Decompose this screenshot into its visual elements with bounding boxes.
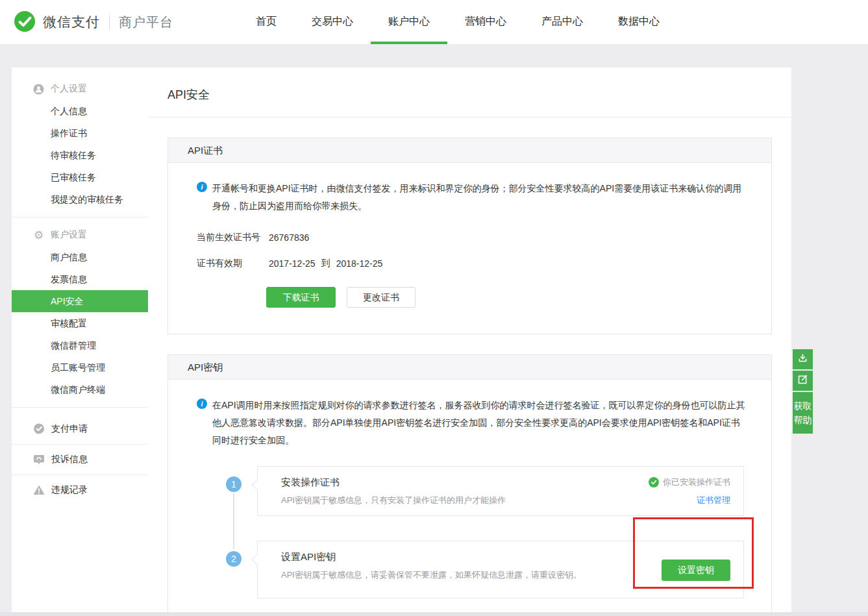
cert-validity-word: 到	[321, 258, 330, 269]
sidebar-link-label: 投诉信息	[51, 454, 88, 465]
edit-icon	[797, 374, 808, 388]
info-icon: i	[197, 399, 207, 409]
cert-number-value: 26767836	[269, 232, 309, 243]
warning-icon	[33, 484, 45, 496]
sidebar-item-wechat-merchant-terminal[interactable]: 微信商户终端	[12, 378, 148, 400]
sidebar-group-account-settings: ⚙ 账户设置	[12, 224, 148, 246]
api-key-card-header: API密钥	[168, 355, 771, 380]
check-circle-icon	[649, 477, 659, 487]
chat-check-icon	[33, 423, 45, 435]
sidebar-item-staff-account-mgmt[interactable]: 员工账号管理	[12, 356, 148, 378]
step-1-box: 安装操作证书 API密钥属于敏感信息，只有安装了操作证书的用户才能操作 你已安装…	[257, 466, 744, 516]
sidebar-divider	[12, 217, 148, 217]
sidebar-divider	[12, 407, 148, 408]
user-icon	[33, 84, 44, 95]
nav-item-marketing-center[interactable]: 营销中心	[447, 0, 524, 44]
sidebar-item-pending-review[interactable]: 待审核任务	[12, 144, 148, 166]
step-2-box: 设置API密钥 API密钥属于敏感信息，请妥善保管不要泄露，如果怀疑信息泄露，请…	[257, 541, 744, 598]
api-certificate-card-header: API证书	[168, 138, 771, 163]
nav-item-data-center[interactable]: 数据中心	[601, 0, 677, 44]
api-key-card: API密钥 i 在API调用时用来按照指定规则对你的请求参数进行签名，服务器收到…	[167, 354, 772, 616]
cert-number-label: 当前生效证书号	[197, 232, 269, 243]
sidebar-item-review-config[interactable]: 审核配置	[12, 312, 148, 334]
sidebar-group-label: 个人设置	[51, 83, 87, 95]
api-key-info-text: 在API调用时用来按照指定规则对你的请求参数进行签名，服务器收到你的请求时会进行…	[212, 397, 746, 449]
download-tool-button[interactable]	[793, 349, 813, 369]
step-install-cert: 1 安装操作证书 API密钥属于敏感信息，只有安装了操作证书的用户才能操作	[197, 466, 744, 516]
api-key-info: i 在API调用时用来按照指定规则对你的请求参数进行签名，服务器收到你的请求时会…	[197, 397, 771, 449]
step-2-title: 设置API密钥	[281, 551, 582, 563]
sidebar-item-operation-cert[interactable]: 操作证书	[12, 122, 148, 144]
api-certificate-card-body: i 开通帐号和更换API证书时，由微信支付签发，用来标识和界定你的身份；部分安全…	[168, 163, 771, 308]
main-nav: 首页 交易中心 账户中心 营销中心 产品中心 数据中心	[238, 0, 677, 44]
certificate-info-text: 开通帐号和更换API证书时，由微信支付签发，用来标识和界定你的身份；部分安全性要…	[212, 180, 746, 215]
download-cert-button[interactable]: 下载证书	[266, 287, 336, 308]
sidebar-item-wechat-group-mgmt[interactable]: 微信群管理	[12, 334, 148, 356]
set-api-key-button[interactable]: 设置密钥	[662, 560, 730, 581]
main-content: API安全 API证书 i 开通帐号和更换API证书时，由微信支付签发，用来标识…	[148, 68, 791, 612]
bottom-scrollbar-track[interactable]	[0, 612, 868, 616]
brand: 微信支付 商户平台	[13, 10, 173, 34]
change-cert-button[interactable]: 更改证书	[347, 287, 415, 308]
nav-item-account-center[interactable]: 账户中心	[371, 0, 447, 44]
sidebar: 个人设置 个人信息 操作证书 待审核任务 已审核任务 我提交的审核任务 ⚙ 账户…	[12, 68, 148, 612]
api-certificate-card: API证书 i 开通帐号和更换API证书时，由微信支付签发，用来标识和界定你的身…	[167, 138, 772, 334]
wechat-pay-logo-icon	[13, 10, 36, 34]
sidebar-item-invoice-info[interactable]: 发票信息	[12, 268, 148, 290]
cert-validity-from: 2017-12-25	[269, 258, 316, 269]
cert-installed-status: 你已安装操作证书	[649, 476, 730, 488]
brand-title: 微信支付	[43, 13, 100, 31]
api-key-card-body: i 在API调用时用来按照指定规则对你的请求参数进行签名，服务器收到你的请求时会…	[168, 380, 771, 598]
feedback-button[interactable]	[793, 371, 813, 391]
step-1-desc: API密钥属于敏感信息，只有安装了操作证书的用户才能操作	[281, 495, 506, 506]
gear-icon: ⚙	[33, 230, 44, 241]
cert-number-row: 当前生效证书号 26767836	[197, 232, 771, 243]
nav-item-transaction-center[interactable]: 交易中心	[294, 0, 371, 44]
nav-item-product-center[interactable]: 产品中心	[524, 0, 601, 44]
get-help-button[interactable]: 获取帮助	[793, 392, 813, 434]
cert-validity-label: 证书有效期	[197, 258, 269, 269]
sidebar-item-api-security[interactable]: API安全	[12, 290, 148, 312]
cert-validity-row: 证书有效期 2017-12-25 到 2018-12-25	[197, 258, 771, 269]
comment-icon	[33, 454, 45, 465]
sidebar-item-merchant-info[interactable]: 商户信息	[12, 246, 148, 268]
sidebar-item-reviewed[interactable]: 已审核任务	[12, 166, 148, 188]
sidebar-group-label: 账户设置	[51, 229, 87, 241]
sidebar-link-label: 违规记录	[51, 484, 88, 496]
sidebar-link-complaint-info[interactable]: 投诉信息	[12, 445, 148, 474]
brand-subtitle: 商户平台	[119, 14, 173, 31]
floating-help-panel: 获取帮助	[793, 349, 813, 434]
step-1-badge: 1	[226, 476, 242, 492]
sidebar-group-personal-settings: 个人设置	[12, 78, 148, 100]
sidebar-item-my-submitted-review[interactable]: 我提交的审核任务	[12, 188, 148, 210]
brand-divider	[109, 15, 110, 29]
step-2-badge: 2	[226, 551, 242, 567]
top-header: 微信支付 商户平台 首页 交易中心 账户中心 营销中心 产品中心 数据中心	[0, 0, 868, 44]
step-set-api-key: 2 设置API密钥 API密钥属于敏感信息，请妥善保管不要泄露，如果怀疑信息泄露…	[197, 541, 744, 598]
info-icon: i	[197, 182, 207, 192]
cert-management-link[interactable]: 证书管理	[697, 495, 730, 506]
sidebar-link-payment-application[interactable]: 支付申请	[12, 414, 148, 444]
certificate-info: i 开通帐号和更换API证书时，由微信支付签发，用来标识和界定你的身份；部分安全…	[197, 180, 771, 215]
cert-installed-text: 你已安装操作证书	[663, 476, 730, 488]
page-title: API安全	[148, 68, 791, 117]
certificate-buttons: 下载证书 更改证书	[266, 287, 771, 308]
step-1-title: 安装操作证书	[281, 476, 506, 489]
nav-item-home[interactable]: 首页	[238, 0, 294, 44]
download-icon	[797, 352, 808, 366]
sidebar-link-label: 支付申请	[51, 423, 88, 435]
api-key-steps: 1 安装操作证书 API密钥属于敏感信息，只有安装了操作证书的用户才能操作	[197, 466, 744, 598]
cert-validity-to: 2018-12-25	[336, 258, 383, 269]
sidebar-item-personal-info[interactable]: 个人信息	[12, 100, 148, 122]
sidebar-link-violation-record[interactable]: 违规记录	[12, 475, 148, 505]
step-2-desc: API密钥属于敏感信息，请妥善保管不要泄露，如果怀疑信息泄露，请重设密钥。	[281, 569, 582, 581]
